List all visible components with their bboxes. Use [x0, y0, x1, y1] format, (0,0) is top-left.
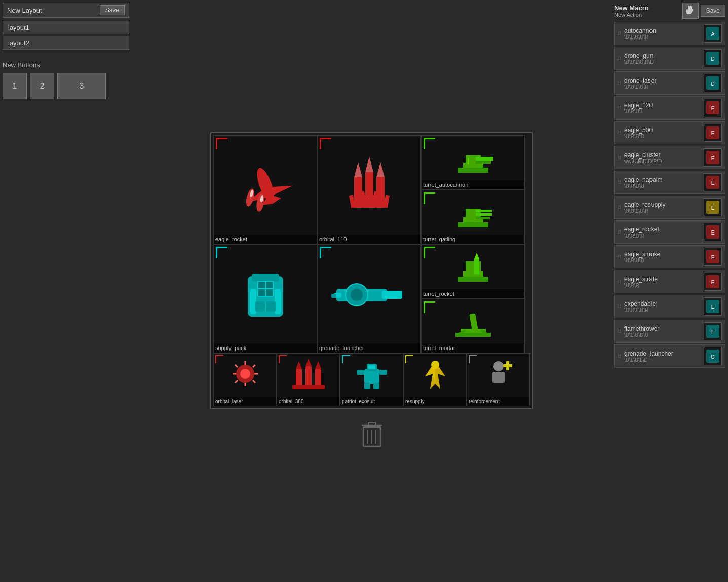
patriot-exosuit-label: patriot_exosuit [340, 397, 403, 406]
resupply-icon [404, 354, 466, 397]
macro-name-autocannon: autocannon [624, 27, 701, 34]
drag-handle-eagle_smoke: ⠿ [618, 254, 621, 260]
macro-icon-button[interactable] [682, 3, 699, 19]
layout-item-2[interactable]: layout2 [3, 36, 129, 50]
macro-shortcut-eagle_500: \U\R\D\D [624, 134, 701, 139]
macro-shortcut-drone_laser: \D\U\L\U\R [624, 84, 701, 90]
svg-text:F: F [711, 329, 714, 335]
svg-marker-23 [376, 162, 385, 177]
macro-item-grenade_launcher[interactable]: ⠿ grenade_launcher \D\L\U\L\D G [614, 344, 725, 368]
grid-cell-reinforcement[interactable]: reinforcement [467, 353, 530, 406]
macro-info-eagle_cluster: eagle_cluster ww\U\R\D\D\R\D [624, 151, 701, 164]
grid-cell-orbital-laser[interactable]: orbital_laser [213, 353, 277, 406]
layout-header: New Layout Save [3, 3, 129, 18]
macro-name-eagle_500: eagle_500 [624, 127, 701, 134]
macro-info-eagle_500: eagle_500 \U\R\D\D [624, 127, 701, 139]
macro-info-eagle_strafe: eagle_strafe \U\R\R [624, 276, 701, 288]
macro-thumb-expendable: E [704, 297, 722, 316]
macro-item-eagle_resupply[interactable]: ⠿ eagle_resupply \U\U\L\U\R E [614, 196, 725, 219]
new-buttons-label: New Buttons [3, 61, 129, 69]
macro-item-eagle_500[interactable]: ⠿ eagle_500 \U\R\D\D E [614, 121, 725, 144]
macro-info-flamethrower: flamethrower \D\L\U\D\U [624, 325, 701, 338]
button-1[interactable]: 1 [3, 73, 27, 99]
macro-name-eagle_smoke: eagle_smoke [624, 251, 701, 258]
macro-item-drone_gun[interactable]: ⠿ drone_gun \D\U\L\U\R\D D [614, 47, 725, 70]
macro-item-drone_laser[interactable]: ⠿ drone_laser \D\U\L\U\R D [614, 71, 725, 95]
eagle-rocket-label: eagle_rocket [214, 235, 317, 244]
svg-marker-21 [354, 162, 362, 177]
svg-marker-22 [365, 156, 373, 172]
svg-line-66 [253, 365, 255, 367]
macro-item-expendable[interactable]: ⠿ expendable \D\D\L\U\R E [614, 295, 725, 318]
macro-shortcut-eagle_resupply: \U\U\L\U\R [624, 208, 701, 214]
button-2[interactable]: 2 [30, 73, 54, 99]
grid-cell-patriot-exosuit[interactable]: patriot_exosuit [340, 353, 403, 406]
drag-handle-eagle_cluster: ⠿ [618, 155, 621, 161]
macro-name-drone_gun: drone_gun [624, 52, 701, 59]
macro-thumb-drone_laser: D [704, 74, 722, 92]
macro-name-eagle_napalm: eagle_napalm [624, 176, 701, 183]
macro-shortcut-expendable: \D\D\L\U\R [624, 307, 701, 313]
macro-item-eagle_strafe[interactable]: ⠿ eagle_strafe \U\R\R E [614, 270, 725, 293]
macro-thumb-drone_gun: D [704, 49, 722, 67]
macro-shortcut-eagle_smoke: \U\R\U\D [624, 258, 701, 263]
grid-cell-supply-pack[interactable]: supply_pack [213, 244, 317, 353]
supply-pack-icon [214, 245, 317, 342]
macro-item-eagle_smoke[interactable]: ⠿ eagle_smoke \U\R\U\D E [614, 245, 725, 268]
macro-name-eagle_120: eagle_120 [624, 102, 701, 109]
macro-shortcut-eagle_cluster: ww\U\R\D\D\R\D [624, 159, 701, 164]
svg-line-72 [235, 365, 238, 367]
grid-cell-turret-autocannon[interactable]: turret_autocannon [421, 135, 525, 190]
supply-pack-label: supply_pack [214, 343, 317, 353]
button-3[interactable]: 3 [57, 73, 106, 99]
drag-handle-eagle_120: ⠿ [618, 105, 621, 111]
svg-line-68 [253, 380, 255, 383]
macro-item-eagle_napalm[interactable]: ⠿ eagle_napalm \U\R\D\U E [614, 171, 725, 194]
macro-item-flamethrower[interactable]: ⠿ flamethrower \D\L\U\D\U F [614, 320, 725, 343]
right-column-1: turret_autocannon t [421, 135, 525, 244]
layout-save-button[interactable]: Save [100, 5, 125, 15]
svg-text:E: E [711, 304, 715, 310]
macro-item-eagle_cluster[interactable]: ⠿ eagle_cluster ww\U\R\D\D\R\D E [614, 146, 725, 169]
drag-handle-eagle_strafe: ⠿ [618, 279, 621, 285]
orbital-380-label: orbital_380 [277, 397, 339, 406]
macro-thumb-eagle_smoke: E [704, 248, 722, 266]
macro-item-eagle_rocket[interactable]: ⠿ eagle_rocket \U\R\D\R E [614, 220, 725, 244]
svg-rect-25 [458, 168, 488, 173]
macro-info-autocannon: autocannon \D\L\U\U\R [624, 27, 701, 40]
macro-info-grenade_launcher: grenade_launcher \D\L\U\L\D [624, 350, 701, 363]
svg-point-48 [351, 289, 363, 301]
macro-save-button[interactable]: Save [701, 5, 725, 17]
grid-cell-orbital-380[interactable]: orbital_380 [277, 353, 340, 406]
grid-cell-orbital-110[interactable]: orbital_110 [317, 135, 421, 244]
grid-cell-eagle-rocket[interactable]: eagle_rocket [213, 135, 317, 244]
grid-cell-resupply[interactable]: resupply [403, 353, 467, 406]
macro-info-eagle_smoke: eagle_smoke \U\R\U\D [624, 251, 701, 263]
grid-cell-turret-gatling[interactable]: turret_gatling [421, 190, 525, 244]
svg-text:D: D [711, 56, 714, 62]
layout-item-1[interactable]: layout1 [3, 21, 129, 34]
svg-text:E: E [711, 106, 715, 111]
delete-area[interactable] [359, 419, 385, 450]
svg-rect-79 [292, 385, 325, 389]
grid-row-2: supply_pack [213, 244, 530, 353]
macro-thumb-flamethrower: F [704, 322, 722, 340]
macro-info-eagle_napalm: eagle_napalm \U\R\D\U [624, 176, 701, 189]
grid-cell-turret-rocket[interactable]: turret_rocket [421, 244, 525, 299]
svg-rect-31 [458, 222, 488, 227]
macro-thumb-eagle_resupply: E [704, 198, 722, 216]
middle-panel: eagle_rocket [132, 0, 611, 582]
buttons-row: 1 2 3 [3, 73, 129, 99]
grid-cell-turret-mortar[interactable]: turret_mortar [421, 299, 525, 353]
macro-thumb-eagle_strafe: E [704, 273, 722, 291]
svg-rect-91 [492, 372, 505, 383]
macro-thumb-grenade_launcher: G [704, 347, 722, 365]
svg-text:A: A [711, 31, 715, 37]
macro-item-eagle_120[interactable]: ⠿ eagle_120 \U\R\U\L E [614, 96, 725, 120]
right-column-2: turret_rocket turre [421, 244, 525, 353]
grid-cell-grenade-launcher[interactable]: grenade_launcher [317, 244, 421, 353]
svg-text:D: D [711, 81, 714, 87]
orbital-laser-label: orbital_laser [214, 397, 276, 406]
svg-rect-82 [368, 365, 375, 369]
macro-item-autocannon[interactable]: ⠿ autocannon \D\L\U\U\R A [614, 22, 725, 45]
